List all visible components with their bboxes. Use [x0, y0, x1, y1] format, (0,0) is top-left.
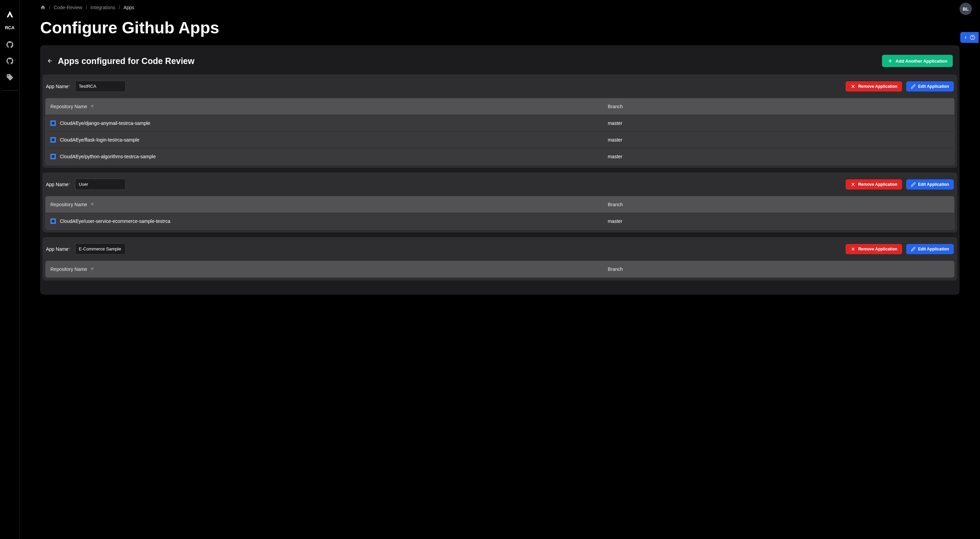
app-logo[interactable] — [5, 10, 14, 20]
repo-name: CloudAEye/flask-login-testrca-sample — [60, 137, 139, 143]
repo-column-header[interactable]: Repository Name — [50, 104, 608, 109]
close-icon — [850, 246, 856, 252]
page-title: Configure Github Apps — [20, 14, 980, 45]
remove-label: Remove Application — [858, 247, 897, 251]
close-icon — [850, 84, 856, 89]
sidebar-product-label: RCA — [5, 25, 14, 30]
branch-column-header[interactable]: Branch — [608, 104, 950, 109]
branch-name: master — [608, 218, 950, 224]
branch-name: master — [608, 121, 950, 126]
repo-checkbox[interactable] — [50, 154, 56, 159]
app-name-label: App Name* — [46, 182, 70, 187]
repo-checkbox[interactable] — [50, 121, 56, 126]
app-block: App Name* Remove Application Edit Applic… — [43, 237, 957, 280]
breadcrumb-separator: / — [49, 5, 50, 10]
table-head: Repository Name Branch — [46, 99, 954, 114]
add-button-label: Add Another Application — [896, 59, 947, 64]
github-icon[interactable] — [3, 38, 17, 51]
table-row: CloudAEye/flask-login-testrca-sample mas… — [46, 131, 954, 148]
breadcrumb-current: Apps — [124, 5, 134, 10]
pencil-icon — [911, 182, 916, 187]
app-block: App Name* Remove Application Edit Applic… — [43, 173, 957, 232]
avatar[interactable]: BL — [959, 3, 972, 15]
branch-column-header[interactable]: Branch — [608, 266, 950, 272]
sidebar-divider — [2, 90, 18, 91]
table-row: CloudAEye/python-algorithms-testrca-samp… — [46, 148, 954, 165]
remove-label: Remove Application — [858, 182, 897, 187]
repo-name: CloudAEye/user-service-ecommerce-sample-… — [60, 218, 170, 224]
back-arrow-icon[interactable] — [47, 58, 53, 64]
branch-column-header[interactable]: Branch — [608, 202, 950, 207]
repo-table: Repository Name Branch — [45, 261, 955, 278]
app-name-input[interactable] — [75, 81, 126, 92]
close-icon — [850, 182, 856, 187]
branch-name: master — [608, 154, 950, 159]
edit-application-button[interactable]: Edit Application — [906, 244, 954, 254]
repo-checkbox[interactable] — [50, 218, 56, 224]
pencil-icon — [911, 84, 916, 89]
remove-application-button[interactable]: Remove Application — [846, 81, 902, 92]
app-name-label: App Name* — [46, 84, 70, 89]
repo-table: Repository Name Branch CloudAEye/user-se… — [45, 196, 955, 230]
help-panel-toggle[interactable] — [960, 32, 978, 43]
plus-icon — [888, 58, 893, 64]
breadcrumb-integrations[interactable]: Integrations — [91, 5, 115, 10]
remove-label: Remove Application — [858, 84, 897, 89]
card-title-text: Apps configured for Code Review — [58, 56, 194, 66]
app-block: App Name* Remove Application Edit Applic… — [43, 75, 957, 168]
help-icon — [970, 35, 975, 40]
chevron-left-icon — [964, 35, 968, 40]
table-head: Repository Name Branch — [46, 196, 954, 213]
pencil-icon — [911, 247, 916, 251]
repo-name: CloudAEye/django-anymail-testrca-sample — [60, 121, 150, 126]
sort-arrow-icon — [90, 104, 95, 109]
repo-column-header[interactable]: Repository Name — [50, 266, 608, 272]
repo-checkbox[interactable] — [50, 137, 56, 143]
repo-column-header[interactable]: Repository Name — [50, 202, 608, 207]
table-head: Repository Name Branch — [46, 261, 954, 277]
repo-name: CloudAEye/python-algorithms-testrca-samp… — [60, 154, 156, 159]
home-icon[interactable] — [40, 5, 46, 10]
sort-arrow-icon — [90, 202, 95, 207]
sidebar: RCA — [0, 0, 20, 539]
breadcrumb-separator: / — [119, 5, 120, 10]
edit-label: Edit Application — [918, 182, 949, 187]
app-name-label: App Name* — [46, 246, 70, 252]
branch-name: master — [608, 137, 950, 143]
edit-label: Edit Application — [918, 84, 949, 89]
remove-application-button[interactable]: Remove Application — [846, 244, 902, 254]
table-row: CloudAEye/user-service-ecommerce-sample-… — [46, 213, 954, 229]
repo-table: Repository Name Branch CloudAEye/django-… — [45, 98, 955, 165]
edit-application-button[interactable]: Edit Application — [906, 179, 954, 189]
edit-application-button[interactable]: Edit Application — [906, 81, 954, 92]
breadcrumb-code-review[interactable]: Code-Review — [54, 5, 82, 10]
sort-arrow-icon — [90, 267, 95, 272]
remove-application-button[interactable]: Remove Application — [846, 179, 902, 189]
app-name-input[interactable] — [75, 243, 126, 254]
table-row: CloudAEye/django-anymail-testrca-sample … — [46, 114, 954, 131]
main-content: / Code-Review / Integrations / Apps BL C… — [20, 0, 980, 539]
breadcrumb-separator: / — [86, 5, 87, 10]
add-application-button[interactable]: Add Another Application — [882, 55, 953, 67]
apps-card: Apps configured for Code Review Add Anot… — [40, 45, 959, 295]
tag-icon[interactable] — [3, 70, 17, 84]
breadcrumb: / Code-Review / Integrations / Apps — [20, 2, 980, 14]
svg-point-1 — [972, 38, 972, 39]
edit-label: Edit Application — [918, 247, 949, 251]
github-icon-2[interactable] — [3, 54, 17, 68]
app-name-input[interactable] — [75, 179, 126, 190]
